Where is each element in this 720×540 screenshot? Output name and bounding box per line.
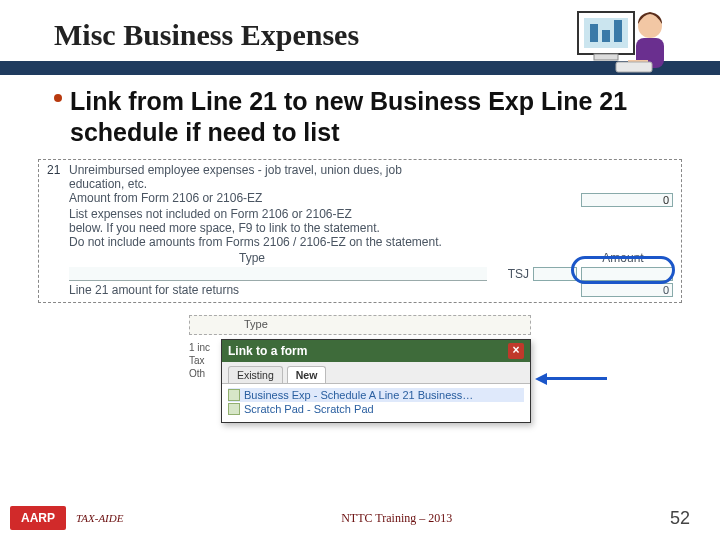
list-item[interactable]: Business Exp - Schedule A Line 21 Busine… <box>228 388 524 402</box>
popup-type-bar: Type <box>189 315 531 335</box>
svg-rect-2 <box>590 24 598 42</box>
list-instr2: below. If you need more space, F9 to lin… <box>69 221 673 235</box>
svg-rect-5 <box>594 54 618 60</box>
svg-rect-3 <box>602 30 610 42</box>
list-instr1: List expenses not included on Form 2106 … <box>69 207 673 221</box>
tsj-label: TSJ <box>493 267 533 281</box>
line21-form-screenshot: 21 Unreimbursed employee expenses - job … <box>38 159 682 303</box>
document-icon <box>228 389 240 401</box>
popup-left-fragment: 1 inc Tax Oth <box>189 341 221 380</box>
tab-new[interactable]: New <box>287 366 327 383</box>
arrow-annotation <box>535 373 607 385</box>
form2106-label: Amount from Form 2106 or 2106-EZ <box>69 191 581 207</box>
link-to-form-dialog: Link to a form × Existing New Business E… <box>221 339 531 423</box>
svg-rect-4 <box>614 20 622 42</box>
state-amount-field[interactable]: 0 <box>581 283 673 297</box>
list-item-label: Business Exp - Schedule A Line 21 Busine… <box>244 389 473 401</box>
tsj-input[interactable] <box>533 267 577 281</box>
line21-desc1: Unreimbursed employee expenses - job tra… <box>69 163 673 177</box>
page-number: 52 <box>670 508 690 529</box>
bullet-dot <box>54 94 62 102</box>
amount-input[interactable] <box>581 267 673 281</box>
state-line-label: Line 21 amount for state returns <box>69 283 581 297</box>
amount-header: Amount <box>573 251 673 265</box>
amount-2106-field[interactable]: 0 <box>581 193 673 207</box>
bullet-text: Link from Line 21 to new Business Exp Li… <box>70 86 666 149</box>
taxaide-label: TAX-AIDE <box>76 512 123 524</box>
person-computer-illustration <box>576 6 672 76</box>
line21-desc2: education, etc. <box>69 177 673 191</box>
line-number: 21 <box>47 163 69 297</box>
list-item-label: Scratch Pad - Scratch Pad <box>244 403 374 415</box>
tab-existing[interactable]: Existing <box>228 366 283 383</box>
dialog-title: Link to a form <box>228 344 307 358</box>
list-item[interactable]: Scratch Pad - Scratch Pad <box>228 402 524 416</box>
type-header: Type <box>239 251 573 265</box>
aarp-logo: AARP <box>10 506 66 530</box>
svg-rect-9 <box>616 62 652 72</box>
footer-center: NTTC Training – 2013 <box>123 511 670 526</box>
type-input[interactable] <box>69 267 487 281</box>
document-icon <box>228 403 240 415</box>
close-icon[interactable]: × <box>508 343 524 359</box>
popup-type-label: Type <box>244 318 268 330</box>
list-instr3: Do not include amounts from Forms 2106 /… <box>69 235 673 249</box>
